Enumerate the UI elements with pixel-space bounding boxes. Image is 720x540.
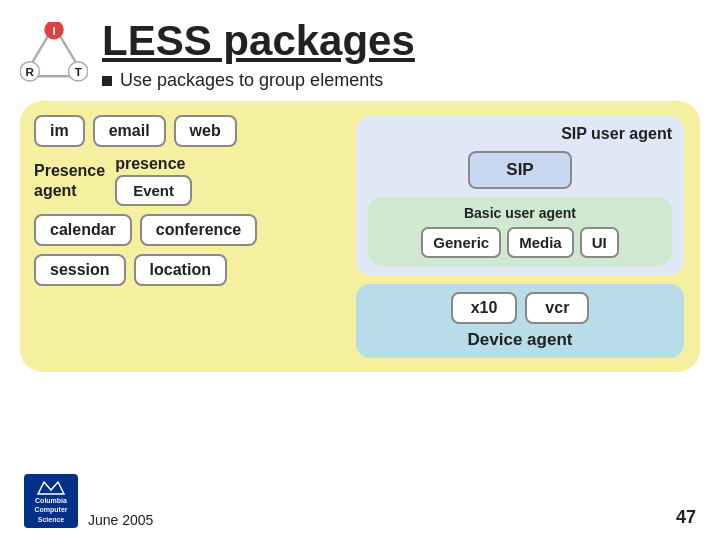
svg-marker-1: [38, 482, 64, 494]
presence-word: presence: [115, 155, 192, 173]
basic-user-agent-container: Basic user agent Generic Media UI: [368, 197, 672, 266]
x10-vcr-row: x10 vcr: [366, 292, 674, 324]
left-column: im email web Presence agent presence Eve…: [34, 115, 344, 358]
row-im-email-web: im email web: [34, 115, 344, 147]
box-location: location: [134, 254, 227, 286]
bullet-text: Use packages to group elements: [120, 70, 383, 91]
presence-agent-label: Presence agent: [34, 161, 105, 201]
device-agent-label: Device agent: [366, 330, 674, 350]
columbia-logo: Columbia Computer Science: [24, 474, 78, 528]
footer-date: June 2005: [88, 512, 153, 528]
sip-user-agent-container: SIP user agent SIP Basic user agent Gene…: [356, 115, 684, 276]
row-calendar-conference: calendar conference: [34, 214, 344, 246]
columbia-text: Columbia Computer Science: [34, 496, 67, 523]
box-vcr: vcr: [525, 292, 589, 324]
box-calendar: calendar: [34, 214, 132, 246]
box-web: web: [174, 115, 237, 147]
presence-row: Presence agent presence Event: [34, 155, 344, 206]
logo-i-label: I: [52, 24, 55, 37]
sip-user-agent-label: SIP user agent: [368, 125, 672, 143]
box-x10: x10: [451, 292, 518, 324]
generic-media-ui-row: Generic Media UI: [378, 227, 662, 258]
box-media: Media: [507, 227, 574, 258]
outer-container: im email web Presence agent presence Eve…: [20, 101, 700, 372]
device-agent-container: x10 vcr Device agent: [356, 284, 684, 358]
row-session-location: session location: [34, 254, 344, 286]
footer-left: Columbia Computer Science June 2005: [24, 474, 153, 528]
box-email: email: [93, 115, 166, 147]
box-generic: Generic: [421, 227, 501, 258]
page-number: 47: [676, 507, 696, 528]
bullet-icon: [102, 76, 112, 86]
box-im: im: [34, 115, 85, 147]
sip-box: SIP: [468, 151, 571, 189]
sip-box-area: SIP: [368, 151, 672, 189]
event-box: Event: [115, 175, 192, 206]
logo-t-label: T: [75, 65, 82, 78]
footer: Columbia Computer Science June 2005 47: [0, 474, 720, 528]
box-ui: UI: [580, 227, 619, 258]
box-session: session: [34, 254, 126, 286]
box-conference: conference: [140, 214, 257, 246]
diagram-area: im email web Presence agent presence Eve…: [20, 101, 700, 372]
right-column: SIP user agent SIP Basic user agent Gene…: [356, 115, 684, 358]
page-title: LESS packages: [102, 18, 415, 64]
columbia-crown-icon: [36, 478, 66, 496]
event-column: presence Event: [115, 155, 192, 206]
logo-triangle: I R T: [20, 22, 88, 82]
logo-r-label: R: [26, 65, 35, 78]
basic-user-agent-label: Basic user agent: [378, 205, 662, 221]
